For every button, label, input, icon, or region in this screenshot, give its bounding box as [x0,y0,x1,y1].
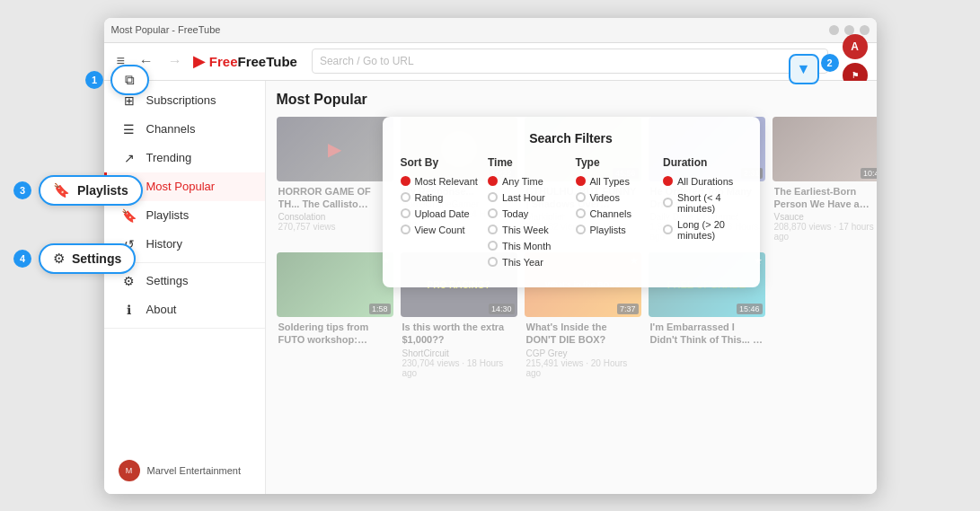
section-title: Most Popular [277,92,866,108]
sort-by-header: Sort By [401,156,480,169]
video-meta: 270,757 views [278,222,392,232]
sidebar-profile[interactable]: M Marvel Entertainment [104,453,265,489]
radio-this-year [488,257,498,267]
video-channel: Consolation [278,212,392,222]
sidebar-divider-2 [104,328,265,329]
video-meta: 215,491 views · 20 Hours ago [526,358,640,378]
search-placeholder-text: Search / Go to URL [320,55,414,67]
profile-name: Marvel Entertainment [147,465,242,476]
maximize-button[interactable] [844,25,854,35]
filter-label: Videos [590,192,620,203]
filter-label: All Types [590,176,630,187]
bookmark-icon: 🔖 [53,182,70,198]
annotation-bubble-3: 🔖 Playlists [39,175,143,206]
freetube-logo-icon: ▶ [193,51,206,71]
forward-button[interactable]: → [164,49,186,73]
video-title: I'm Embarrassed I Didn't Think of This..… [650,321,764,347]
sidebar: ⊞ Subscriptions ☰ Channels ↗ Trending ★ … [104,81,266,494]
sidebar-item-label: About [146,303,177,316]
filter-videos[interactable]: Videos [576,192,655,203]
forward-icon: → [168,53,182,69]
sidebar-item-label: Channels [146,122,196,136]
filter-this-month[interactable]: This Month [488,241,567,251]
title-bar: Most Popular - FreeTube [104,18,877,43]
filter-rating[interactable]: Rating [401,192,480,203]
video-title: Soldering tips from FUTO workshop: avoid… [278,321,392,347]
sidebar-item-label: Trending [146,151,192,164]
filter-duration-col: Duration All Durations Short (< 4 minute… [663,156,742,273]
video-title: What's Inside the DON'T DIE BOX? [526,321,640,347]
outer-wrapper: 1 ⧉ 3 🔖 Playlists 4 ⚙ Settings [0,0,980,511]
radio-playlists [576,225,586,234]
sidebar-item-channels[interactable]: ☰ Channels [104,115,265,144]
video-card-5[interactable]: 10:47 ★ The Earliest-Born Person We Have… [773,117,877,246]
video-channel: ShortCircuit [402,348,516,358]
radio-this-week [488,225,498,234]
filter-label: View Count [415,225,465,235]
radio-upload-date [401,208,411,218]
filter-label: Long (> 20 minutes) [677,219,742,241]
video-card-6[interactable]: 1:58 ★ Soldering tips from FUTO workshop… [277,252,393,382]
search-bar: Search / Go to URL 🔍 ▼ [312,48,828,74]
radio-last-hour [488,192,498,202]
annotation-number-2: 2 [821,54,839,72]
video-duration: 14:30 [489,304,515,314]
filter-all-types[interactable]: All Types [576,176,655,187]
filter-label: All Durations [677,176,733,187]
trending-icon: ↗ [121,151,137,165]
settings-icon: ⚙ [121,274,137,288]
video-meta: 208,870 views · 17 hours ago [774,222,877,242]
filter-label: Short (< 4 minutes) [677,192,742,214]
filter-label: Last Hour [502,192,545,203]
annotation-number-4: 4 [13,250,31,268]
radio-channels [576,208,586,218]
filter-type-col: Type All Types Videos Chan [576,156,655,273]
filters-title: Search Filters [401,131,742,145]
filter-any-time[interactable]: Any Time [488,176,567,187]
radio-all-durations [663,176,673,186]
annotation-2-wrapper: ▼ 2 [789,54,839,84]
filter-label: This Year [502,257,543,268]
filter-label: Most Relevant [415,176,478,187]
filter-view-count[interactable]: View Count [401,225,480,235]
sidebar-item-trending[interactable]: ↗ Trending [104,144,265,172]
annotation-number-1: 1 [85,71,103,89]
video-title: The Earliest-Born Person We Have a Photo… [774,185,877,211]
window-title: Most Popular - FreeTube [111,24,221,35]
account-avatar-button[interactable]: A [843,34,868,59]
annotation-1: 1 ⧉ [85,65,149,95]
app-window: Most Popular - FreeTube ≡ ← → ▶ FreeFree… [104,18,877,494]
video-title: HORROR GAME OF TH... The Callisto Protoc… [278,185,392,211]
sidebar-item-label: History [146,237,182,251]
sidebar-item-label: Most Popular [146,180,216,193]
title-bar-controls [829,25,870,35]
filter-last-hour[interactable]: Last Hour [488,192,567,203]
about-icon: ℹ [121,303,137,317]
time-header: Time [488,156,567,169]
minimize-button[interactable] [829,25,839,35]
filter-short[interactable]: Short (< 4 minutes) [663,192,742,214]
filter-today[interactable]: Today [488,208,567,219]
profile-avatar: M [119,460,140,481]
filter-label: Rating [415,192,444,203]
filter-label: Playlists [590,225,626,235]
video-meta: 230,704 views · 18 Hours ago [402,358,516,378]
filter-long[interactable]: Long (> 20 minutes) [663,219,742,241]
filter-this-week[interactable]: This Week [488,225,567,235]
filter-most-relevant[interactable]: Most Relevant [401,176,480,187]
filter-all-durations[interactable]: All Durations [663,176,742,187]
filter-this-year[interactable]: This Year [488,257,567,268]
video-card-1[interactable]: ▶ HORROR GAME OF TH... The Callisto Prot… [277,117,393,246]
radio-videos [576,192,586,202]
filter-upload-date[interactable]: Upload Date [401,208,480,219]
radio-long [663,225,673,234]
filter-playlists[interactable]: Playlists [576,225,655,235]
filter-channels[interactable]: Channels [576,208,655,219]
content-area: Most Popular Search Filters Sort By Most… [266,81,877,494]
annotation-3: 3 🔖 Playlists [13,175,143,206]
close-button[interactable] [860,25,870,35]
video-duration: 1:58 [369,304,391,314]
sidebar-item-about[interactable]: ℹ About [104,295,265,324]
filter-label: This Month [502,241,551,251]
logo-text: FreeFreeTube [209,54,297,69]
